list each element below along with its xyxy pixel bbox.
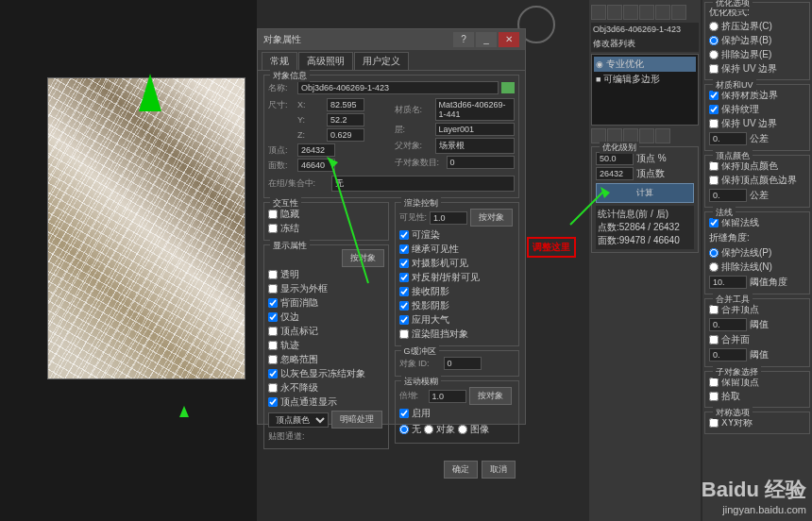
- object-info-group: 对象信息 名称:Obj3d66-406269-1-423 尺寸:X:82.595…: [263, 75, 519, 198]
- stats-display: 统计信息(前 / 后) 点数:52864 / 26432 面数:99478 / …: [596, 206, 694, 249]
- by-object-btn[interactable]: 按对象: [342, 249, 384, 267]
- cancel-button[interactable]: 取消: [482, 461, 516, 479]
- object-name: Obj3d66-406269-1-423: [297, 81, 499, 94]
- gbuffer-group: G缓冲区 对象 ID:0: [395, 350, 520, 377]
- options-panel: 优化选项 优化模式: 挤压边界(C) 保护边界(B) 排除边界(E) 保持 UV…: [702, 0, 812, 521]
- create-icon[interactable]: [591, 5, 606, 20]
- sub-object-select-group: 子对象选择 保留顶点 拾取: [704, 371, 810, 408]
- modifier-panel: Obj3d66-406269-1-423 修改器列表 ◉ 专业优化 ■ 可编辑多…: [589, 0, 701, 521]
- help-icon[interactable]: ?: [453, 32, 474, 47]
- render-control-group: 渲染控制 可见性:1.0按对象 可渲染 继承可见性 对摄影机可见 对反射/折射可…: [395, 202, 520, 346]
- display-icon[interactable]: [655, 5, 670, 20]
- minimize-icon[interactable]: _: [476, 32, 497, 47]
- calculate-button[interactable]: 计算: [596, 183, 694, 203]
- modifier-list-dropdown[interactable]: 修改器列表: [591, 36, 699, 52]
- interactivity-group: 交互性 隐藏 冻结: [263, 202, 389, 241]
- configure-icon[interactable]: [655, 128, 670, 143]
- merge-tools-group: 合并工具 合并顶点 0.阈值 合并面 0.阈值: [704, 298, 810, 367]
- tab-general[interactable]: 常规: [262, 52, 297, 70]
- dialog-title: 对象属性: [263, 33, 301, 46]
- motion-icon[interactable]: [639, 5, 654, 20]
- annotation-arrow-icon: [179, 406, 189, 417]
- utilities-icon[interactable]: [671, 5, 686, 20]
- vertex-color-group: 顶点颜色 保持顶点颜色 保持顶点颜色边界 0.公差: [704, 155, 810, 208]
- hide-checkbox[interactable]: 隐藏: [268, 208, 384, 221]
- motion-blur-group: 运动模糊 倍增:1.0按对象 启用 无 对象 图像: [395, 380, 520, 444]
- vertex-percent-input[interactable]: 50.0: [596, 152, 634, 165]
- remove-icon[interactable]: [639, 128, 654, 143]
- symmetry-group: 对称选项 XY对称: [704, 412, 810, 434]
- vertex-color-select[interactable]: 顶点颜色: [268, 412, 329, 428]
- dialog-tabs: 常规 高级照明 用户定义: [258, 50, 525, 71]
- viewport: [0, 0, 257, 521]
- modifier-item[interactable]: ◉ 专业优化: [594, 57, 696, 72]
- optimization-options-group: 优化选项 优化模式: 挤压边界(C) 保护边界(B) 排除边界(E) 保持 UV…: [704, 2, 810, 80]
- dialog-titlebar[interactable]: 对象属性 ? _ ✕: [258, 29, 525, 50]
- modify-icon[interactable]: [607, 5, 622, 20]
- modifier-item[interactable]: ■ 可编辑多边形: [594, 72, 696, 87]
- tab-adv-lighting[interactable]: 高级照明: [298, 52, 353, 70]
- selected-object-name[interactable]: Obj3d66-406269-1-423: [591, 23, 699, 36]
- material-uv-group: 材质和UV 保持材质边界 保持纹理 保持 UV 边界 0.公差: [704, 84, 810, 151]
- watermark: Baidu 经验 jingyan.baidu.com: [702, 476, 806, 515]
- ok-button[interactable]: 确定: [444, 461, 478, 479]
- freeze-checkbox[interactable]: 冻结: [268, 222, 384, 235]
- annotation-callout: 调整这里: [527, 237, 576, 258]
- mesh-preview[interactable]: [47, 77, 245, 379]
- object-properties-dialog: 对象属性 ? _ ✕ 常规 高级照明 用户定义 对象信息 名称:Obj3d66-…: [257, 28, 526, 425]
- display-group: 显示属性 按对象 透明 显示为外框 背面消隐 仅边 顶点标记 轨迹 忽略范围 以…: [263, 244, 389, 449]
- hierarchy-icon[interactable]: [623, 5, 638, 20]
- optimization-level-group: 优化级别 50.0顶点 % 26432顶点数 计算 统计信息(前 / 后) 点数…: [591, 146, 699, 253]
- normals-group: 法线 保留法线 折缝角度: 保护法线(P) 排除法线(N) 10.阈值角度: [704, 211, 810, 294]
- tab-user-defined[interactable]: 用户定义: [354, 52, 409, 70]
- vertex-count-input[interactable]: 26432: [596, 167, 634, 180]
- close-icon[interactable]: ✕: [499, 32, 519, 47]
- gizmo-arrow[interactable]: [139, 74, 161, 111]
- mesh-wireframe: [48, 78, 245, 378]
- modifier-stack[interactable]: ◉ 专业优化 ■ 可编辑多边形: [591, 54, 699, 126]
